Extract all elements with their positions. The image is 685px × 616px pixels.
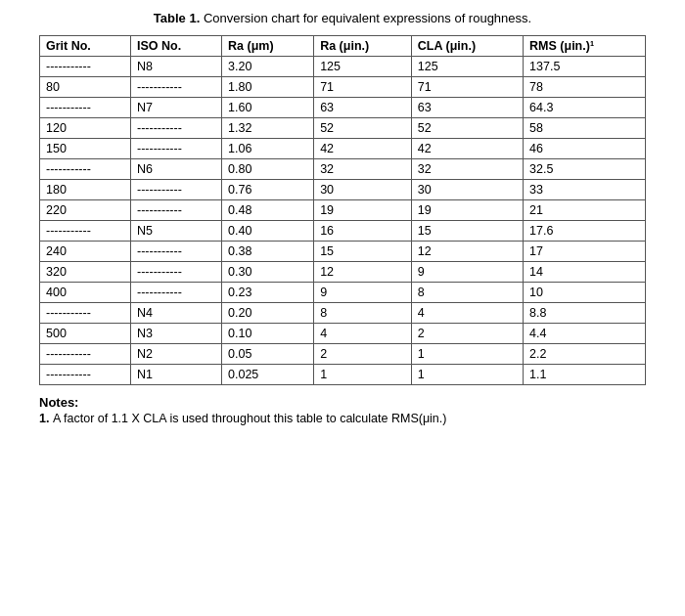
table-cell: 10 [524,283,646,303]
table-cell: ----------- [131,118,222,139]
table-cell: 52 [411,118,523,139]
table-cell: 32 [314,159,412,180]
table-row: 180-----------0.76303033 [40,180,646,200]
table-cell: 0.48 [222,200,314,221]
conversion-table: Grit No. ISO No. Ra (μm) Ra (μin.) CLA (… [39,35,646,385]
table-cell: 2.2 [524,344,646,365]
table-cell: ----------- [131,200,222,221]
table-cell: 15 [314,242,412,262]
table-cell: N2 [131,344,222,365]
table-cell: ----------- [131,180,222,200]
table-cell: N6 [131,159,222,180]
table-cell: 1.1 [524,365,646,385]
table-cell: 21 [524,200,646,221]
table-cell: 400 [40,283,131,303]
table-cell: 500 [40,324,131,344]
notes-items: 1. A factor of 1.1 X CLA is used through… [39,412,646,425]
table-cell: ----------- [131,139,222,159]
table-cell: 52 [314,118,412,139]
table-cell: ----------- [131,242,222,262]
table-cell: 0.025 [222,365,314,385]
table-cell: 32.5 [524,159,646,180]
table-cell: 14 [524,262,646,283]
table-row: 220-----------0.48191921 [40,200,646,221]
table-cell: ----------- [40,57,131,77]
table-row: 80-----------1.80717178 [40,77,646,98]
table-cell: 30 [411,180,523,200]
table-row: 400-----------0.239810 [40,283,646,303]
table-cell: 4.4 [524,324,646,344]
table-cell: 33 [524,180,646,200]
table-cell: ----------- [131,77,222,98]
table-cell: 8 [411,283,523,303]
table-cell: N8 [131,57,222,77]
table-row: -----------N10.025111.1 [40,365,646,385]
title-regular: Conversion chart for equivalent expressi… [200,11,531,25]
table-cell: 1.80 [222,77,314,98]
table-cell: 1.32 [222,118,314,139]
table-cell: ----------- [40,303,131,324]
table-cell: ----------- [131,262,222,283]
col-header-cla: CLA (μin.) [411,36,523,57]
col-header-ra-uin: Ra (μin.) [314,36,412,57]
table-row: 320-----------0.3012914 [40,262,646,283]
table-cell: 9 [314,283,412,303]
table-cell: 30 [314,180,412,200]
table-cell: 71 [411,77,523,98]
table-cell: 0.20 [222,303,314,324]
table-cell: 19 [411,200,523,221]
table-cell: 63 [314,98,412,118]
table-row: -----------N20.05212.2 [40,344,646,365]
table-row: -----------N83.20125125137.5 [40,57,646,77]
table-cell: 80 [40,77,131,98]
table-cell: ----------- [40,365,131,385]
table-cell: 8 [314,303,412,324]
table-cell: 16 [314,221,412,242]
table-header-row: Grit No. ISO No. Ra (μm) Ra (μin.) CLA (… [40,36,646,57]
table-cell: 58 [524,118,646,139]
table-cell: 64.3 [524,98,646,118]
title-bold: Table 1. [154,11,200,25]
table-row: 150-----------1.06424246 [40,139,646,159]
table-row: 500N30.10424.4 [40,324,646,344]
table-cell: ----------- [131,283,222,303]
table-cell: 3.20 [222,57,314,77]
table-cell: 1.60 [222,98,314,118]
table-row: -----------N40.20848.8 [40,303,646,324]
table-cell: 125 [314,57,412,77]
table-row: -----------N60.80323232.5 [40,159,646,180]
table-cell: 4 [411,303,523,324]
table-cell: 17 [524,242,646,262]
col-header-iso: ISO No. [131,36,222,57]
table-row: 120-----------1.32525258 [40,118,646,139]
table-cell: ----------- [40,221,131,242]
table-cell: ----------- [40,98,131,118]
table-cell: 12 [411,242,523,262]
table-cell: 0.10 [222,324,314,344]
table-cell: 1.06 [222,139,314,159]
table-cell: 12 [314,262,412,283]
table-row: -----------N50.40161517.6 [40,221,646,242]
table-cell: 0.05 [222,344,314,365]
table-cell: 9 [411,262,523,283]
notes-section: Notes: 1. A factor of 1.1 X CLA is used … [39,395,646,425]
table-cell: N3 [131,324,222,344]
table-cell: 220 [40,200,131,221]
col-header-grit: Grit No. [40,36,131,57]
table-cell: N1 [131,365,222,385]
table-cell: ----------- [40,344,131,365]
table-cell: 63 [411,98,523,118]
table-cell: 0.30 [222,262,314,283]
col-header-ra-um: Ra (μm) [222,36,314,57]
table-cell: 125 [411,57,523,77]
table-cell: 180 [40,180,131,200]
table-cell: 71 [314,77,412,98]
note-item: 1. A factor of 1.1 X CLA is used through… [39,412,646,425]
table-cell: 0.40 [222,221,314,242]
table-cell: N5 [131,221,222,242]
table-row: 240-----------0.38151217 [40,242,646,262]
table-cell: 0.23 [222,283,314,303]
table-title: Table 1. Conversion chart for equivalent… [39,10,646,27]
table-cell: N7 [131,98,222,118]
table-cell: 1 [411,344,523,365]
